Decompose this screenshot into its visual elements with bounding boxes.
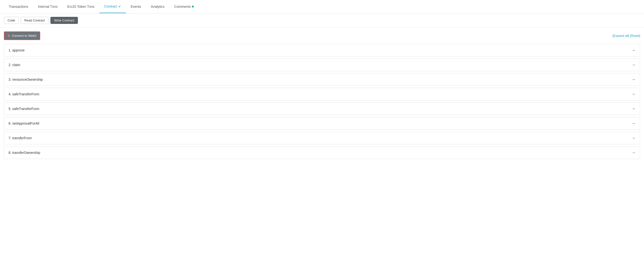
tab-internal-txns[interactable]: Internal Txns — [33, 0, 62, 13]
contract-row[interactable]: 5. safeTransferFrom→ — [4, 102, 640, 115]
expand-all-link[interactable]: [Expand all] — [612, 34, 629, 38]
connect-status-dot — [8, 35, 10, 37]
connect-web3-button[interactable]: Connect to Web3 — [4, 32, 40, 40]
contract-row-label: 6. setApprovalForAll — [8, 121, 39, 125]
contract-verified-icon: ✔ — [118, 5, 121, 8]
contract-row-label: 3. renounceOwnership — [8, 78, 43, 81]
tab-comments[interactable]: Comments — [170, 0, 199, 13]
read-contract-button[interactable]: Read Contract — [21, 17, 48, 24]
write-contract-button[interactable]: Write Contract — [50, 17, 78, 24]
contract-row[interactable]: 1. approve→ — [4, 44, 640, 57]
contract-row[interactable]: 3. renounceOwnership→ — [4, 73, 640, 86]
tab-navigation: Transactions Internal Txns Erc20 Token T… — [0, 0, 644, 14]
arrow-right-icon: → — [632, 48, 636, 52]
contract-row-label: 7. transferFrom — [8, 136, 32, 140]
contract-row[interactable]: 8. transferOwnership→ — [4, 146, 640, 159]
expand-reset-links: [Expand all] [Reset] — [612, 34, 640, 38]
arrow-right-icon: → — [632, 107, 636, 111]
contract-row-label: 8. transferOwnership — [8, 151, 40, 155]
tab-events[interactable]: Events — [126, 0, 146, 13]
arrow-right-icon: → — [632, 77, 636, 82]
content-area: Connect to Web3 [Expand all] [Reset] 1. … — [0, 28, 644, 163]
contract-row-label: 5. safeTransferFrom — [8, 107, 39, 111]
contract-row[interactable]: 4. safeTransferFrom→ — [4, 88, 640, 100]
toolbar-row: Connect to Web3 [Expand all] [Reset] — [4, 32, 640, 40]
tab-analytics[interactable]: Analytics — [146, 0, 170, 13]
code-button[interactable]: Code — [4, 17, 19, 24]
contract-row-label: 4. safeTransferFrom — [8, 92, 39, 96]
tab-transactions[interactable]: Transactions — [4, 0, 33, 13]
contract-row[interactable]: 6. setApprovalForAll→ — [4, 117, 640, 130]
contract-row-label: 1. approve — [8, 48, 24, 52]
tab-contract[interactable]: Contract ✔ — [99, 0, 126, 13]
reset-link[interactable]: [Reset] — [630, 34, 640, 38]
arrow-right-icon: → — [632, 92, 636, 96]
contract-row-label: 2. claim — [8, 63, 20, 67]
arrow-right-icon: → — [632, 63, 636, 67]
contract-row[interactable]: 7. transferFrom→ — [4, 132, 640, 144]
arrow-right-icon: → — [632, 121, 636, 125]
arrow-right-icon: → — [632, 151, 636, 155]
contract-row[interactable]: 2. claim→ — [4, 59, 640, 71]
arrow-right-icon: → — [632, 136, 636, 140]
contract-list: 1. approve→2. claim→3. renounceOwnership… — [4, 44, 640, 159]
tab-erc20-token-txns[interactable]: Erc20 Token Txns — [62, 0, 99, 13]
sub-navigation: Code Read Contract Write Contract — [0, 14, 644, 28]
comments-dot-icon — [192, 6, 194, 8]
